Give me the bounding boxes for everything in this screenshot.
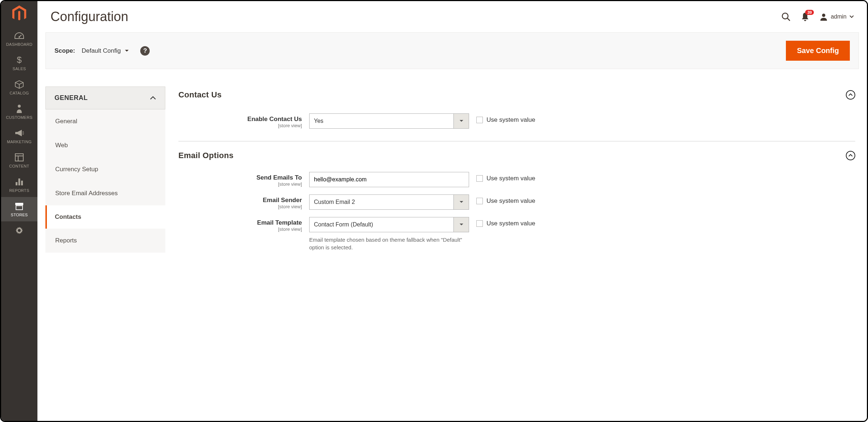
sidebar-item-sales[interactable]: $ SALES xyxy=(1,51,37,75)
chevron-down-icon xyxy=(849,15,854,18)
field-scope: [store view] xyxy=(178,226,302,232)
svg-rect-10 xyxy=(16,206,23,210)
select-value: Contact Form (Default) xyxy=(314,221,373,228)
nav-item-general[interactable]: General xyxy=(45,109,165,133)
field-label: Send Emails To xyxy=(178,174,302,181)
sidebar-item-stores[interactable]: STORES xyxy=(1,197,37,221)
email-template-select[interactable]: Contact Form (Default) xyxy=(309,217,469,232)
field-label: Enable Contact Us xyxy=(178,116,302,123)
page-title: Configuration xyxy=(51,9,781,24)
scope-selector[interactable]: Default Config xyxy=(82,47,130,55)
chevron-down-icon xyxy=(459,223,464,226)
storefront-icon xyxy=(15,201,24,212)
megaphone-icon xyxy=(15,128,24,138)
chevron-down-icon xyxy=(459,120,464,122)
field-label: Email Sender xyxy=(178,197,302,204)
notifications-button[interactable]: 39 xyxy=(801,12,810,21)
user-icon xyxy=(820,13,828,21)
nav-item-currency-setup[interactable]: Currency Setup xyxy=(45,157,165,181)
bar-chart-icon xyxy=(15,176,24,187)
svg-text:$: $ xyxy=(17,55,22,65)
nav-item-reports[interactable]: Reports xyxy=(45,229,165,253)
chevron-up-icon xyxy=(848,93,853,96)
enable-contact-us-select[interactable]: Yes xyxy=(309,113,469,129)
section-header-contact-us[interactable]: Contact Us xyxy=(178,87,855,103)
sidebar-item-customers[interactable]: CUSTOMERS xyxy=(1,100,37,124)
sidebar-item-reports[interactable]: REPORTS xyxy=(1,173,37,197)
chevron-down-icon xyxy=(124,49,129,53)
use-system-value-checkbox[interactable] xyxy=(476,117,483,123)
field-label: Email Template xyxy=(178,219,302,226)
nav-group-title: GENERAL xyxy=(54,94,88,102)
sidebar-item-system[interactable] xyxy=(1,221,37,237)
select-value: Yes xyxy=(314,118,323,124)
field-enable-contact-us: Enable Contact Us [store view] Yes xyxy=(178,103,855,141)
chevron-down-icon xyxy=(459,201,464,204)
dollar-icon: $ xyxy=(16,55,22,65)
use-system-value-checkbox[interactable] xyxy=(476,175,483,182)
collapse-toggle[interactable] xyxy=(846,151,855,160)
content-area: GENERAL General Web Currency Setup Store… xyxy=(37,69,867,421)
email-sender-select[interactable]: Custom Email 2 xyxy=(309,194,469,210)
user-menu-button[interactable]: admin xyxy=(820,13,854,21)
svg-rect-9 xyxy=(21,181,23,185)
scope-help-button[interactable]: ? xyxy=(140,46,150,56)
svg-rect-8 xyxy=(19,178,20,185)
send-emails-to-input[interactable] xyxy=(309,172,469,187)
nav-group-general[interactable]: GENERAL xyxy=(45,87,165,109)
settings-panel: Contact Us Enable Contact Us [store view… xyxy=(178,87,859,421)
sidebar-item-label: MARKETING xyxy=(7,140,32,144)
scope-value: Default Config xyxy=(82,47,121,55)
magento-logo-icon xyxy=(12,5,27,22)
nav-item-web[interactable]: Web xyxy=(45,133,165,157)
field-send-emails-to: Send Emails To [store view] Use system v… xyxy=(178,162,855,191)
app-frame: DASHBOARD $ SALES CATALOG CUSTOMERS MARK… xyxy=(0,0,868,422)
svg-point-3 xyxy=(18,105,21,108)
select-arrow xyxy=(453,217,469,232)
sidebar-item-dashboard[interactable]: DASHBOARD xyxy=(1,27,37,51)
select-value: Custom Email 2 xyxy=(314,199,355,205)
sidebar-item-catalog[interactable]: CATALOG xyxy=(1,75,37,100)
search-button[interactable] xyxy=(781,12,791,21)
svg-rect-7 xyxy=(16,182,17,185)
sidebar-item-marketing[interactable]: MARKETING xyxy=(1,124,37,148)
chevron-up-icon xyxy=(848,154,853,157)
field-scope: [store view] xyxy=(178,181,302,187)
chevron-up-icon xyxy=(150,96,156,100)
use-system-value-checkbox[interactable] xyxy=(476,198,483,204)
save-config-button[interactable]: Save Config xyxy=(786,41,850,61)
magento-logo[interactable] xyxy=(1,1,37,27)
field-email-template: Email Template [store view] Contact Form… xyxy=(178,213,855,255)
field-scope: [store view] xyxy=(178,204,302,209)
use-system-value-label: Use system value xyxy=(487,116,535,124)
svg-point-1 xyxy=(19,36,20,38)
box-icon xyxy=(15,79,24,90)
section-title: Contact Us xyxy=(178,90,222,100)
nav-item-contacts[interactable]: Contacts xyxy=(45,205,165,229)
person-icon xyxy=(16,103,23,114)
collapse-toggle[interactable] xyxy=(846,90,855,100)
section-header-email-options[interactable]: Email Options xyxy=(178,141,855,162)
header-actions: 39 admin xyxy=(781,12,854,21)
admin-sidebar: DASHBOARD $ SALES CATALOG CUSTOMERS MARK… xyxy=(1,1,37,421)
svg-line-12 xyxy=(787,18,790,21)
field-scope: [store view] xyxy=(178,123,302,128)
use-system-value-label: Use system value xyxy=(487,197,535,205)
use-system-value-checkbox[interactable] xyxy=(476,220,483,227)
sidebar-item-label: STORES xyxy=(11,213,28,217)
use-system-value-label: Use system value xyxy=(487,175,535,182)
page-header: Configuration 39 admin xyxy=(37,1,867,32)
main-area: Configuration 39 admin Scope: Defaul xyxy=(37,1,867,421)
layout-icon xyxy=(15,152,24,163)
sidebar-item-content[interactable]: CONTENT xyxy=(1,148,37,173)
nav-item-store-email-addresses[interactable]: Store Email Addresses xyxy=(45,181,165,205)
search-icon xyxy=(781,12,791,21)
field-help-text: Email template chosen based on theme fal… xyxy=(309,236,469,251)
nav-items-list: General Web Currency Setup Store Email A… xyxy=(45,109,165,253)
config-nav: GENERAL General Web Currency Setup Store… xyxy=(45,87,165,421)
sidebar-item-label: DASHBOARD xyxy=(6,42,32,47)
sidebar-item-label: CATALOG xyxy=(9,91,29,95)
select-arrow xyxy=(453,195,469,209)
section-title: Email Options xyxy=(178,151,234,160)
scope-label: Scope: xyxy=(54,47,75,55)
